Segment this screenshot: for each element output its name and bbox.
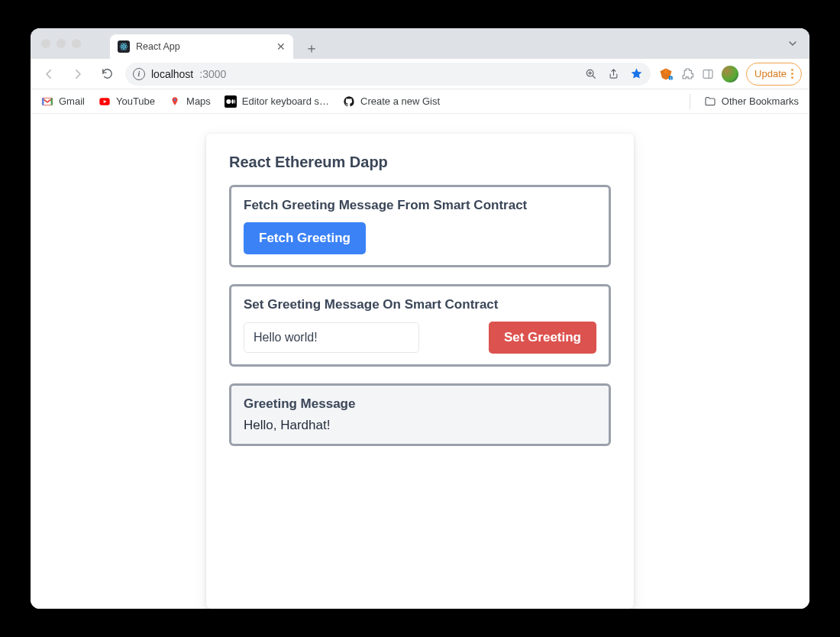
- bookmarks-bar: Gmail YouTube Maps Editor keyboard s… Cr…: [31, 89, 809, 114]
- folder-icon: [704, 95, 716, 108]
- github-icon: [343, 95, 355, 108]
- svg-point-3: [123, 46, 124, 47]
- page-content: React Ethereum Dapp Fetch Greeting Messa…: [31, 114, 809, 609]
- svg-point-20: [226, 99, 231, 104]
- set-heading: Set Greeting Message On Smart Contract: [244, 297, 596, 312]
- new-tab-button[interactable]: ＋: [301, 37, 322, 59]
- browser-tab[interactable]: React App ✕: [110, 34, 293, 59]
- bookmark-label: Gmail: [59, 95, 85, 107]
- greeting-input[interactable]: [244, 322, 419, 353]
- side-panel-icon[interactable]: [702, 68, 714, 80]
- url-host: localhost: [151, 68, 193, 80]
- app-card: React Ethereum Dapp Fetch Greeting Messa…: [206, 134, 634, 609]
- minimize-window-icon[interactable]: [57, 39, 66, 48]
- svg-rect-12: [703, 70, 712, 78]
- maps-icon: [169, 95, 181, 108]
- bookmark-youtube[interactable]: YouTube: [99, 95, 155, 108]
- fetch-heading: Fetch Greeting Message From Smart Contra…: [244, 198, 596, 213]
- react-favicon-icon: [118, 40, 130, 53]
- youtube-icon: [99, 95, 111, 108]
- url-port: :3000: [199, 68, 226, 80]
- svg-rect-16: [51, 98, 53, 105]
- svg-point-22: [234, 99, 235, 104]
- bookmark-label: Maps: [186, 95, 211, 107]
- close-tab-icon[interactable]: ✕: [276, 41, 286, 52]
- gmail-icon: [41, 95, 53, 108]
- set-panel: Set Greeting Message On Smart Contract S…: [229, 284, 611, 367]
- bookmark-label: Editor keyboard s…: [242, 95, 329, 107]
- update-button[interactable]: Update: [746, 63, 802, 86]
- result-panel: Greeting Message Hello, Hardhat!: [229, 383, 611, 446]
- bookmark-star-icon[interactable]: [630, 67, 643, 80]
- bookmark-label: Create a new Gist: [360, 95, 440, 107]
- reload-button[interactable]: [96, 63, 118, 85]
- tab-strip: React App ✕ ＋: [31, 28, 809, 59]
- site-info-icon[interactable]: i: [133, 68, 145, 80]
- other-bookmarks-label: Other Bookmarks: [722, 95, 799, 107]
- back-button[interactable]: [38, 63, 60, 85]
- result-heading: Greeting Message: [244, 396, 596, 412]
- window-controls: [41, 39, 81, 48]
- profile-avatar[interactable]: [722, 66, 738, 82]
- tab-list-chevron-icon[interactable]: [787, 37, 799, 50]
- tab-title: React App: [136, 41, 180, 52]
- svg-line-5: [593, 76, 595, 78]
- set-greeting-button[interactable]: Set Greeting: [489, 322, 596, 354]
- address-bar[interactable]: i localhost:3000: [125, 63, 651, 86]
- other-bookmarks[interactable]: Other Bookmarks: [704, 95, 799, 108]
- bookmark-gmail[interactable]: Gmail: [41, 95, 85, 108]
- fetch-greeting-button[interactable]: Fetch Greeting: [244, 222, 366, 254]
- svg-point-18: [174, 99, 176, 101]
- bookmark-editor-keyboard[interactable]: Editor keyboard s…: [225, 95, 329, 108]
- extensions-icon[interactable]: [681, 67, 694, 80]
- svg-rect-15: [42, 98, 44, 105]
- bookmarks-divider: [690, 94, 690, 109]
- close-window-icon[interactable]: [41, 39, 50, 48]
- fetch-panel: Fetch Greeting Message From Smart Contra…: [229, 185, 611, 267]
- maximize-window-icon[interactable]: [72, 39, 81, 48]
- bookmark-maps[interactable]: Maps: [169, 95, 211, 108]
- greeting-message-value: Hello, Hardhat!: [244, 418, 596, 433]
- browser-toolbar: i localhost:3000 1 Upd: [31, 59, 809, 89]
- zoom-icon[interactable]: [585, 68, 597, 80]
- browser-window: React App ✕ ＋ i localhost:3000: [31, 28, 809, 609]
- app-title: React Ethereum Dapp: [229, 154, 611, 171]
- metamask-extension-icon[interactable]: 1: [658, 66, 674, 82]
- share-icon[interactable]: [608, 68, 619, 79]
- menu-dots-icon: [791, 69, 793, 79]
- bookmark-gist[interactable]: Create a new Gist: [343, 95, 440, 108]
- forward-button[interactable]: [67, 63, 89, 85]
- medium-icon: [225, 95, 237, 108]
- bookmark-label: YouTube: [116, 95, 155, 107]
- update-label: Update: [754, 68, 787, 79]
- svg-point-21: [231, 99, 234, 104]
